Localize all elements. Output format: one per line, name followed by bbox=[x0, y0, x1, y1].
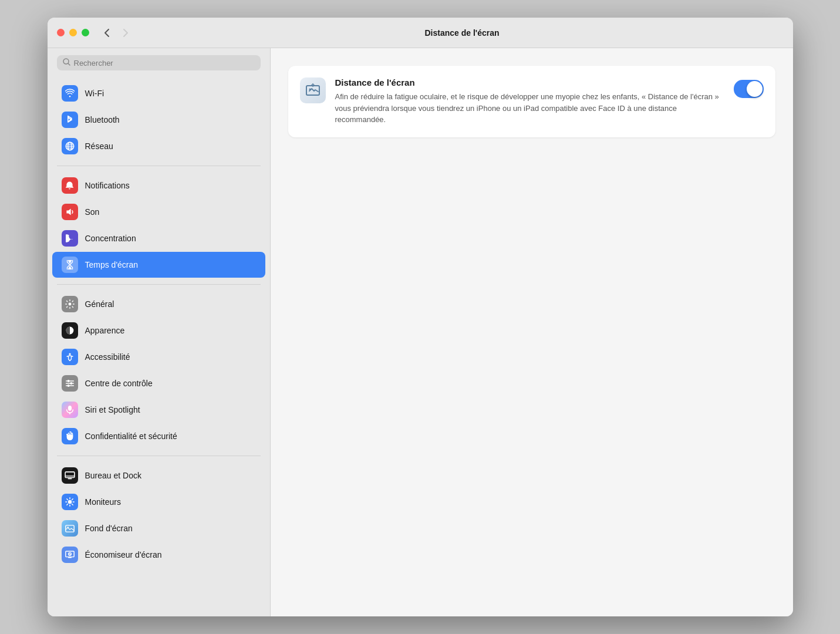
gear-icon bbox=[62, 296, 78, 312]
desktop-icon bbox=[62, 467, 78, 484]
svg-point-13 bbox=[67, 380, 69, 382]
sidebar-item-label-notifications: Notifications bbox=[85, 181, 130, 190]
main-content: Distance de l'écran Afin de réduire la f… bbox=[271, 48, 793, 616]
svg-rect-18 bbox=[65, 472, 75, 478]
sidebar-item-label-wifi: Wi-Fi bbox=[85, 89, 104, 98]
sidebar-section-display: Bureau et Dock bbox=[48, 460, 270, 571]
svg-point-21 bbox=[68, 500, 71, 504]
search-bar bbox=[48, 48, 270, 77]
search-wrap[interactable] bbox=[57, 55, 261, 70]
sidebar-item-label-fond-ecran: Fond d'écran bbox=[85, 524, 133, 533]
distance-toggle[interactable] bbox=[734, 80, 764, 98]
svg-line-26 bbox=[66, 499, 68, 500]
minimize-button[interactable] bbox=[69, 29, 77, 36]
wallpaper-icon bbox=[62, 520, 78, 537]
search-icon bbox=[63, 58, 70, 68]
svg-point-15 bbox=[67, 385, 69, 387]
svg-point-16 bbox=[68, 406, 71, 411]
sidebar-item-label-temps-ecran: Temps d'écran bbox=[85, 260, 139, 269]
screensaver-icon bbox=[62, 547, 78, 563]
globe-icon bbox=[62, 138, 78, 154]
sidebar-section-prefs: Général Apparence bbox=[48, 288, 270, 452]
toggle-wrap bbox=[734, 77, 764, 98]
sound-icon bbox=[62, 204, 78, 220]
sun-icon bbox=[62, 494, 78, 510]
traffic-lights bbox=[57, 29, 89, 36]
sidebar-item-label-concentration: Concentration bbox=[85, 234, 136, 243]
sidebar-item-label-centre-controle: Centre de contrôle bbox=[85, 379, 153, 388]
titlebar: Distance de l'écran bbox=[48, 18, 793, 48]
sidebar: Wi-Fi Bluetooth bbox=[48, 48, 271, 616]
sidebar-item-wifi[interactable]: Wi-Fi bbox=[52, 80, 265, 106]
sidebar-item-temps-ecran[interactable]: Temps d'écran bbox=[52, 252, 265, 278]
sidebar-item-concentration[interactable]: Concentration bbox=[52, 225, 265, 251]
sidebar-item-label-son: Son bbox=[85, 207, 100, 217]
main-window: Distance de l'écran bbox=[48, 18, 793, 616]
svg-point-31 bbox=[67, 527, 68, 528]
moon-icon bbox=[62, 230, 78, 247]
sidebar-item-label-general: Général bbox=[85, 299, 114, 309]
siri-icon bbox=[62, 402, 78, 418]
nav-buttons bbox=[99, 25, 134, 41]
card-description: Afin de réduire la fatigue oculaire, et … bbox=[335, 91, 724, 126]
sidebar-item-label-moniteurs: Moniteurs bbox=[85, 497, 121, 507]
divider-3 bbox=[57, 456, 261, 456]
svg-point-37 bbox=[309, 89, 311, 90]
svg-line-35 bbox=[69, 554, 70, 555]
sidebar-item-son[interactable]: Son bbox=[52, 199, 265, 225]
bluetooth-icon bbox=[62, 112, 78, 128]
sidebar-item-fond-ecran[interactable]: Fond d'écran bbox=[52, 515, 265, 541]
sidebar-item-accessibilite[interactable]: Accessibilité bbox=[52, 344, 265, 370]
sidebar-item-label-bureau-dock: Bureau et Dock bbox=[85, 471, 142, 480]
wifi-icon bbox=[62, 85, 78, 102]
sidebar-item-centre-controle[interactable]: Centre de contrôle bbox=[52, 370, 265, 396]
sidebar-item-reseau[interactable]: Réseau bbox=[52, 133, 265, 159]
svg-line-28 bbox=[72, 499, 73, 500]
sidebar-item-label-bluetooth: Bluetooth bbox=[85, 115, 120, 124]
svg-line-27 bbox=[72, 504, 73, 505]
svg-rect-19 bbox=[68, 478, 72, 479]
back-button[interactable] bbox=[99, 25, 115, 41]
divider-2 bbox=[57, 284, 261, 285]
card-title: Distance de l'écran bbox=[335, 77, 724, 87]
sidebar-item-label-accessibilite: Accessibilité bbox=[85, 352, 130, 362]
sidebar-item-confidentialite[interactable]: Confidentialité et sécurité bbox=[52, 423, 265, 449]
hand-icon bbox=[62, 428, 78, 444]
sidebar-item-siri[interactable]: Siri et Spotlight bbox=[52, 397, 265, 423]
sidebar-item-bureau-dock[interactable]: Bureau et Dock bbox=[52, 463, 265, 488]
sidebar-item-notifications[interactable]: Notifications bbox=[52, 173, 265, 198]
close-button[interactable] bbox=[57, 29, 65, 36]
accessibility-icon bbox=[62, 349, 78, 365]
svg-point-7 bbox=[68, 303, 71, 306]
hourglass-icon bbox=[62, 257, 78, 273]
setting-card-distance: Distance de l'écran Afin de réduire la f… bbox=[288, 66, 775, 137]
maximize-button[interactable] bbox=[82, 29, 89, 36]
svg-point-14 bbox=[70, 382, 72, 385]
sidebar-item-label-economiseur: Économiseur d'écran bbox=[85, 550, 162, 559]
distance-card-icon bbox=[300, 77, 326, 103]
toggle-thumb bbox=[747, 81, 763, 97]
sidebar-item-label-confidentialite: Confidentialité et sécurité bbox=[85, 431, 177, 441]
sidebar-item-economiseur[interactable]: Économiseur d'écran bbox=[52, 542, 265, 568]
appearance-icon bbox=[62, 322, 78, 339]
sliders-icon bbox=[62, 375, 78, 392]
forward-button[interactable] bbox=[117, 25, 134, 41]
content-area: Wi-Fi Bluetooth bbox=[48, 48, 793, 616]
window-title: Distance de l'écran bbox=[141, 28, 784, 38]
sidebar-section-network: Wi-Fi Bluetooth bbox=[48, 77, 270, 162]
card-text: Distance de l'écran Afin de réduire la f… bbox=[335, 77, 724, 126]
sidebar-item-bluetooth[interactable]: Bluetooth bbox=[52, 107, 265, 133]
sidebar-section-system: Notifications Son bbox=[48, 170, 270, 281]
bell-icon bbox=[62, 177, 78, 194]
sidebar-item-general[interactable]: Général bbox=[52, 291, 265, 317]
sidebar-item-label-reseau: Réseau bbox=[85, 141, 113, 151]
divider-1 bbox=[57, 166, 261, 166]
sidebar-item-label-apparence: Apparence bbox=[85, 326, 125, 335]
svg-line-1 bbox=[68, 63, 70, 65]
svg-line-29 bbox=[66, 504, 68, 505]
sidebar-item-apparence[interactable]: Apparence bbox=[52, 318, 265, 343]
sidebar-item-moniteurs[interactable]: Moniteurs bbox=[52, 489, 265, 515]
search-input[interactable] bbox=[74, 59, 255, 68]
sidebar-item-label-siri: Siri et Spotlight bbox=[85, 405, 140, 414]
svg-point-9 bbox=[69, 353, 70, 355]
